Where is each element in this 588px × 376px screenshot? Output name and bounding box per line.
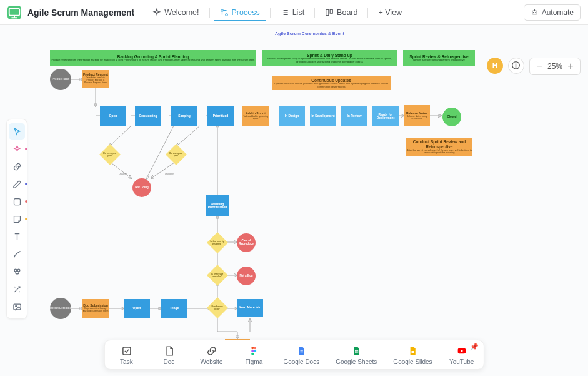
node-product-idea[interactable]: Product Idea: [50, 69, 71, 90]
gdocs-icon: [296, 345, 307, 357]
doc-icon: [163, 345, 174, 357]
decision-need-info[interactable]: Need more info?: [207, 297, 228, 318]
node-add-to-sprint[interactable]: Add to SprintTasks added to upcoming spr…: [242, 106, 269, 126]
svg-point-9: [14, 269, 17, 272]
tool-pen[interactable]: [9, 176, 25, 192]
dock-doc[interactable]: Doc: [156, 345, 182, 365]
svg-line-21: [176, 126, 200, 146]
tab-add-view[interactable]: + View: [372, 4, 408, 21]
node-bug-open[interactable]: Open: [124, 299, 150, 318]
node-closed[interactable]: Closed: [442, 108, 461, 126]
zoom-control: − 25% +: [529, 58, 581, 75]
tool-ai[interactable]: [9, 141, 25, 157]
zoom-level: 25%: [547, 62, 562, 71]
node-scoping[interactable]: Scoping: [171, 106, 197, 126]
node-not-a-bug[interactable]: Not a Bug: [237, 267, 256, 285]
tool-image[interactable]: [9, 298, 25, 315]
tool-sticky[interactable]: [9, 211, 25, 227]
node-cancel[interactable]: Cancel Reproduce: [237, 233, 256, 252]
space-title: Agile Scrum Management: [27, 8, 134, 18]
tab-process[interactable]: Process: [214, 4, 266, 21]
node-in-development[interactable]: In Development: [310, 106, 336, 126]
node-prioritized[interactable]: Prioritized: [207, 106, 234, 126]
node-in-review[interactable]: In Review: [341, 106, 367, 126]
tool-stamp[interactable]: [9, 263, 25, 280]
node-product-request[interactable]: Product RequestTemplates used via Produc…: [82, 70, 109, 88]
svg-point-42: [251, 350, 254, 352]
automate-button[interactable]: Automate: [524, 4, 581, 21]
dock-gsheets[interactable]: Google Sheets: [336, 345, 377, 365]
decision-agree-open[interactable]: Do we agree yet?: [99, 144, 121, 165]
node-bug-submission[interactable]: Bug SubmissionBugs submitted through Bac…: [82, 299, 109, 318]
node-need-more-info[interactable]: Need More Info: [237, 299, 263, 317]
canvas-header-controls: H ⓘ − 25% +: [487, 58, 581, 75]
whiteboard-canvas[interactable]: H ⓘ − 25% + Agile Scrum Ceremonies & Eve…: [0, 25, 588, 376]
dock-gslides[interactable]: Google Slides: [393, 345, 432, 365]
decision-agree-scope[interactable]: Do we agree yet?: [166, 144, 187, 165]
svg-rect-46: [300, 352, 302, 352]
svg-rect-39: [122, 347, 130, 355]
section-retro[interactable]: Conduct Sprint Review and RetrospectiveA…: [406, 138, 472, 156]
divider: [270, 8, 271, 18]
svg-point-7: [535, 13, 536, 13]
top-bar: Agile Scrum Management Welcome! Process …: [0, 0, 588, 25]
divider: [367, 8, 368, 18]
svg-point-12: [15, 305, 16, 307]
rn[interactable]: Release NotesRelease Notes using Automat…: [404, 106, 430, 126]
tab-list[interactable]: List: [274, 4, 311, 21]
figma-icon: [248, 345, 259, 357]
gslides-icon: [407, 345, 418, 357]
node-defect[interactable]: Defect Detected: [50, 298, 71, 319]
svg-rect-8: [14, 198, 20, 205]
tab-board[interactable]: Board: [319, 4, 364, 21]
svg-rect-4: [330, 9, 332, 13]
diagram-title: Agile Scrum Ceremonies & Event: [275, 31, 344, 36]
svg-point-41: [254, 347, 256, 349]
tool-line[interactable]: [9, 246, 25, 262]
node-considering[interactable]: Considering: [135, 106, 161, 126]
dock-task[interactable]: Task: [113, 345, 139, 365]
node-open[interactable]: Open: [100, 106, 126, 126]
dock-figma[interactable]: Figma: [241, 345, 267, 365]
svg-rect-3: [326, 9, 329, 15]
divider: [209, 8, 210, 18]
zoom-in-button[interactable]: +: [566, 61, 575, 72]
section-backlog[interactable]: Backlog Grooming & Sprint PlanningProduc…: [50, 50, 256, 66]
node-not-doing[interactable]: Not Doing: [132, 178, 151, 197]
decision-canceled[interactable]: Is the issue canceled?: [207, 265, 228, 286]
tool-text[interactable]: [9, 228, 25, 245]
whiteboard-toolbar: [6, 119, 27, 319]
tool-shape[interactable]: [9, 193, 25, 210]
svg-point-40: [251, 347, 254, 349]
list-icon: [281, 8, 289, 17]
zoom-out-button[interactable]: −: [535, 61, 544, 72]
dock-gdocs[interactable]: Google Docs: [283, 345, 319, 365]
tool-select[interactable]: [9, 123, 25, 140]
sparkle-icon: [152, 8, 161, 17]
node-in-design[interactable]: In Design: [279, 106, 305, 126]
tab-welcome[interactable]: Welcome!: [146, 4, 205, 21]
edge-disagree-2: Disagree: [165, 173, 174, 175]
task-icon: [121, 345, 132, 357]
user-avatar[interactable]: H: [487, 58, 503, 74]
section-sprint[interactable]: Sprint & Daily Stand-upProduct developme…: [262, 50, 397, 66]
node-triage[interactable]: Triage: [161, 299, 187, 318]
tool-connector[interactable]: [9, 158, 25, 175]
svg-point-43: [254, 350, 256, 352]
tool-magic[interactable]: [9, 281, 25, 297]
svg-point-44: [251, 353, 254, 355]
space-icon: [7, 6, 21, 19]
node-awaiting[interactable]: Awaiting Prioritization: [206, 195, 229, 216]
svg-point-2: [225, 13, 227, 16]
youtube-icon: [456, 345, 467, 357]
section-review[interactable]: Sprint Review & RetrospectiveReview & in…: [403, 50, 475, 66]
divider: [142, 8, 142, 18]
svg-rect-0: [9, 8, 20, 15]
pin-icon[interactable]: 📌: [470, 343, 479, 351]
link-icon: [206, 345, 217, 357]
info-button[interactable]: ⓘ: [508, 58, 524, 74]
section-continuous[interactable]: Continuous UpdatesUpdates on status can …: [272, 76, 391, 90]
dock-website[interactable]: Website: [198, 345, 224, 365]
decision-priority[interactable]: Is the priority assigned?: [207, 232, 228, 253]
node-ready-deploy[interactable]: Ready for Deployment: [372, 106, 399, 126]
